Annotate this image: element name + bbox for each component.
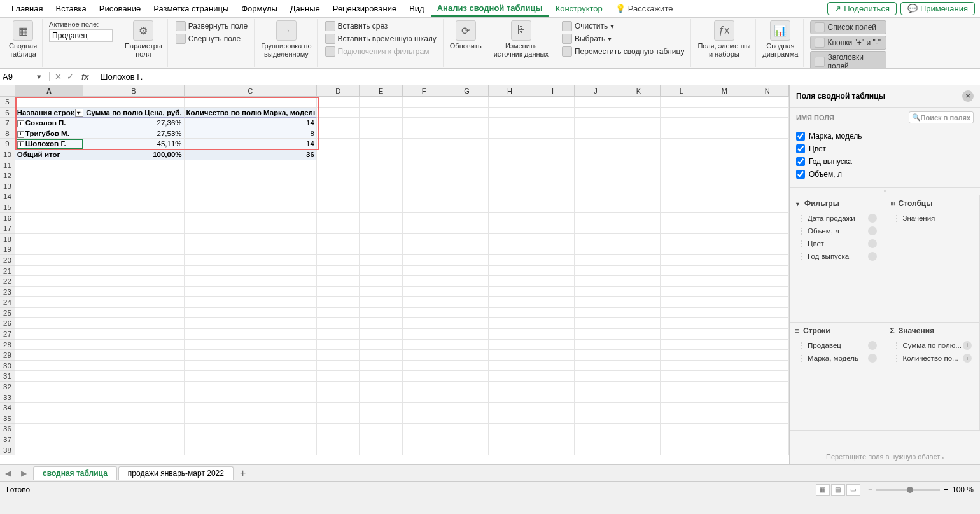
cell[interactable]: [15, 340, 83, 351]
cell[interactable]: [83, 170, 185, 181]
tab-review[interactable]: Рецензирование: [326, 1, 403, 16]
col-header[interactable]: J: [575, 85, 617, 96]
info-icon[interactable]: i: [868, 252, 877, 261]
row-header[interactable]: 13: [0, 181, 15, 192]
row-header[interactable]: 35: [0, 413, 15, 424]
field-settings-button[interactable]: ⚙ Параметры поля: [125, 20, 162, 59]
cell[interactable]: [15, 392, 83, 403]
fields-items-sets-button[interactable]: ƒx Поля, элементы и наборы: [697, 20, 750, 59]
cell[interactable]: [15, 297, 83, 308]
cell[interactable]: [83, 160, 185, 171]
cell[interactable]: [15, 350, 83, 361]
cell[interactable]: +Тригубов М.: [15, 128, 83, 139]
cell[interactable]: [83, 213, 185, 224]
cell[interactable]: [83, 191, 185, 202]
cell[interactable]: 45,11%: [83, 139, 185, 149]
cell[interactable]: [15, 255, 83, 266]
cell[interactable]: [15, 234, 83, 245]
row-header[interactable]: 6: [0, 108, 15, 118]
sheet-nav-prev[interactable]: ◀: [0, 469, 16, 478]
area-field-item[interactable]: ⋮Продавецi: [795, 339, 879, 352]
row-header[interactable]: 22: [0, 276, 15, 287]
cell[interactable]: [15, 434, 83, 445]
row-header[interactable]: 26: [0, 318, 15, 329]
expand-toggle[interactable]: +: [17, 120, 24, 127]
row-header[interactable]: 37: [0, 434, 15, 445]
cell[interactable]: [185, 266, 317, 277]
cell[interactable]: [15, 329, 83, 340]
cell[interactable]: [15, 413, 83, 424]
tab-view[interactable]: Вид: [403, 1, 431, 16]
row-header[interactable]: 30: [0, 361, 15, 372]
cell[interactable]: [15, 276, 83, 287]
cell[interactable]: [185, 255, 317, 266]
cell[interactable]: 14: [185, 139, 317, 149]
cell[interactable]: [83, 276, 185, 287]
cell[interactable]: [185, 392, 317, 403]
row-header[interactable]: 33: [0, 392, 15, 403]
row-header[interactable]: 5: [0, 97, 15, 108]
cell[interactable]: [15, 266, 83, 277]
cell[interactable]: [185, 170, 317, 181]
col-header[interactable]: N: [746, 85, 789, 96]
collapse-field-button[interactable]: Свернуть поле: [174, 33, 249, 45]
cell[interactable]: [83, 361, 185, 372]
field-headers-toggle[interactable]: Заголовки полей: [810, 51, 886, 69]
col-header[interactable]: E: [360, 85, 402, 96]
tab-layout[interactable]: Разметка страницы: [147, 1, 235, 16]
col-header[interactable]: G: [445, 85, 488, 96]
cell[interactable]: [83, 350, 185, 361]
col-header[interactable]: D: [317, 85, 360, 96]
cell[interactable]: [83, 392, 185, 403]
row-header[interactable]: 34: [0, 403, 15, 413]
cell[interactable]: [15, 244, 83, 255]
view-page-break[interactable]: ▭: [846, 484, 860, 496]
area-field-item[interactable]: ⋮Количество по...i: [890, 352, 975, 365]
info-icon[interactable]: i: [963, 341, 972, 350]
cell[interactable]: [83, 424, 185, 434]
row-header[interactable]: 11: [0, 160, 15, 171]
cell[interactable]: [185, 244, 317, 255]
insert-slicer-button[interactable]: Вставить срез: [324, 20, 438, 32]
insert-timeline-button[interactable]: Вставить временную шкалу: [324, 33, 438, 45]
info-icon[interactable]: i: [963, 354, 972, 363]
field-checkbox[interactable]: Марка, модель: [796, 130, 974, 142]
share-button[interactable]: ↗Поделиться: [827, 2, 897, 15]
cell[interactable]: [185, 424, 317, 434]
row-header[interactable]: 20: [0, 255, 15, 266]
cell[interactable]: [185, 287, 317, 298]
cell[interactable]: [185, 213, 317, 224]
cell[interactable]: [185, 181, 317, 192]
formula-input[interactable]: Шолохов Г.: [97, 72, 980, 81]
cell[interactable]: [83, 318, 185, 329]
cell[interactable]: [83, 181, 185, 192]
row-header[interactable]: 31: [0, 371, 15, 382]
plus-minus-toggle[interactable]: Кнопки "+" и "-": [810, 36, 886, 50]
cell[interactable]: [185, 382, 317, 392]
cell[interactable]: [15, 160, 83, 171]
area-field-item[interactable]: ⋮Объем, лi: [795, 225, 879, 237]
field-list-toggle[interactable]: Список полей: [810, 20, 886, 34]
cell[interactable]: [83, 434, 185, 445]
cell[interactable]: [185, 434, 317, 445]
cell[interactable]: [15, 181, 83, 192]
zoom-out[interactable]: −: [868, 485, 872, 494]
move-pivot-button[interactable]: Переместить сводную таблицу: [561, 46, 685, 57]
cell[interactable]: [185, 223, 317, 234]
change-source-button[interactable]: 🗄 Изменить источник данных: [494, 20, 549, 59]
cell[interactable]: [185, 329, 317, 340]
cell[interactable]: +Шолохов Г.: [15, 139, 83, 149]
cell[interactable]: [15, 97, 83, 108]
tab-draw[interactable]: Рисование: [93, 1, 147, 16]
row-header[interactable]: 9: [0, 139, 15, 149]
cell[interactable]: [185, 318, 317, 329]
cell[interactable]: [15, 382, 83, 392]
info-icon[interactable]: i: [868, 226, 877, 235]
col-header[interactable]: M: [703, 85, 746, 96]
col-header[interactable]: A: [15, 85, 83, 96]
search-fields-input[interactable]: 🔍 Поиск в полях: [909, 111, 974, 123]
info-icon[interactable]: i: [868, 341, 877, 350]
select-all-corner[interactable]: [0, 85, 15, 96]
cell[interactable]: [15, 287, 83, 298]
area-field-item[interactable]: ⋮Марка, модельi: [795, 352, 879, 365]
